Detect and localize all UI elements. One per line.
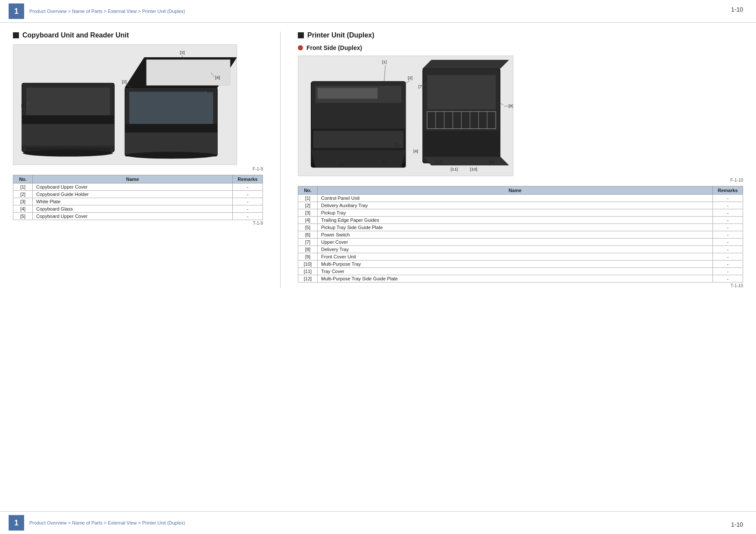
right-table-header-no: No. [298, 186, 318, 195]
row-remarks: - [233, 205, 263, 213]
row-no: [5] [13, 213, 33, 220]
page-number-top: 1-10 [731, 6, 743, 13]
table-row: [10]Multi-Purpose Tray- [298, 261, 743, 268]
row-remarks: - [233, 213, 263, 220]
left-table-label: T-1-9 [13, 221, 263, 226]
table-row: [3]White Plate- [13, 198, 263, 205]
left-column: Copyboard Unit and Reader Unit [1] [13, 31, 263, 288]
row-name: Control Panel Unit [318, 195, 713, 202]
row-no: [1] [298, 195, 318, 202]
row-name: Copyboard Guide Holder [33, 191, 233, 198]
row-no: [2] [13, 191, 33, 198]
row-remarks: - [713, 195, 743, 202]
row-no: [10] [298, 261, 318, 268]
right-table-header-name: Name [318, 186, 713, 195]
right-table-label: T-1-10 [298, 283, 743, 288]
page-header: 1 Product Overview > Name of Parts > Ext… [0, 0, 756, 23]
page-number-bottom: 1-10 [731, 521, 743, 528]
svg-rect-12 [129, 92, 213, 124]
row-name: Power Switch [318, 231, 713, 239]
right-section-icon [298, 32, 304, 38]
footer-breadcrumb-link[interactable]: Product Overview > Name of Parts > Exter… [29, 520, 185, 525]
svg-rect-28 [313, 131, 403, 148]
row-remarks: - [713, 275, 743, 283]
table-row: [1]Copyboard Upper Cover- [13, 183, 263, 191]
row-no: [4] [13, 205, 33, 213]
svg-text:[5]: [5] [207, 89, 212, 93]
copyboard-image: [1] [2] [13, 44, 237, 165]
row-no: [7] [298, 239, 318, 246]
svg-text:[3]: [3] [395, 142, 400, 147]
section-icon [13, 32, 19, 38]
table-row: [6]Power Switch- [298, 231, 743, 239]
table-row: [8]Delivery Tray- [298, 246, 743, 253]
printer-figure: [1] [2] [7] —[8] [3] [4] [298, 56, 743, 183]
row-remarks: - [713, 253, 743, 261]
row-no: [4] [298, 217, 318, 224]
breadcrumb: Product Overview > Name of Parts > Exter… [29, 9, 185, 14]
table-row: [2]Delivery Auxiliary Tray- [298, 202, 743, 209]
table-row: [1]Control Panel Unit- [298, 195, 743, 202]
row-name: Multi-Purpose Tray [318, 261, 713, 268]
row-no: [12] [298, 275, 318, 283]
row-remarks: - [233, 183, 263, 191]
svg-text:[11]: [11] [451, 167, 458, 171]
row-remarks: - [233, 198, 263, 205]
row-no: [5] [298, 224, 318, 231]
table-row: [5]Pickup Tray Side Guide Plate- [298, 224, 743, 231]
svg-line-47 [384, 65, 385, 81]
left-table-header-remarks: Remarks [233, 175, 263, 183]
row-no: [11] [298, 268, 318, 275]
row-name: Pickup Tray Side Guide Plate [318, 224, 713, 231]
subsection-icon [298, 45, 303, 50]
footer-badge: 1 [9, 515, 24, 531]
svg-point-15 [126, 152, 216, 159]
svg-text:[1]: [1] [382, 59, 387, 64]
row-name: Upper Cover [318, 239, 713, 246]
svg-text:[5]: [5] [382, 159, 387, 164]
table-row: [9]Front Cover Unit- [298, 253, 743, 261]
svg-point-5 [23, 150, 113, 157]
row-remarks: - [713, 202, 743, 209]
left-table-header-no: No. [13, 175, 33, 183]
row-remarks: - [713, 209, 743, 217]
svg-text:[3]: [3] [180, 50, 185, 55]
table-row: [5]Copyboard Upper Cover- [13, 213, 263, 220]
row-remarks: - [713, 246, 743, 253]
svg-rect-13 [125, 124, 217, 133]
svg-text:—[8]: —[8] [504, 103, 513, 108]
svg-rect-3 [22, 124, 114, 146]
svg-marker-34 [423, 60, 509, 69]
svg-text:[4]: [4] [413, 149, 418, 153]
right-subsection-title: Front Side (Duplex) [298, 44, 743, 51]
svg-text:[9]: [9] [489, 159, 494, 164]
svg-marker-31 [311, 150, 406, 168]
breadcrumb-product-overview[interactable]: Product Overview > Name of Parts > Exter… [29, 9, 185, 14]
right-column: Printer Unit (Duplex) Front Side (Duplex… [298, 31, 743, 288]
column-divider [280, 31, 281, 288]
row-name: White Plate [33, 198, 233, 205]
table-row: [7]Upper Cover- [298, 239, 743, 246]
row-name: Tray Cover [318, 268, 713, 275]
table-row: [2]Copyboard Guide Holder- [13, 191, 263, 198]
row-remarks: - [713, 261, 743, 268]
svg-rect-11 [147, 59, 230, 85]
table-row: [3]Pickup Tray- [298, 209, 743, 217]
row-name: Front Cover Unit [318, 253, 713, 261]
row-remarks: - [713, 231, 743, 239]
svg-text:[4]: [4] [215, 75, 220, 80]
main-content: Copyboard Unit and Reader Unit [1] [0, 23, 756, 297]
svg-rect-26 [318, 88, 378, 99]
row-name: Pickup Tray [318, 209, 713, 217]
row-no: [8] [298, 246, 318, 253]
row-remarks: - [713, 224, 743, 231]
table-row: [12]Multi-Purpose Tray Side Guide Plate- [298, 275, 743, 283]
row-no: [1] [13, 183, 33, 191]
svg-rect-35 [427, 75, 496, 109]
table-row: [11]Tray Cover- [298, 268, 743, 275]
row-no: [9] [298, 253, 318, 261]
table-row: [4]Trailing Edge Paper Guides- [298, 217, 743, 224]
page-footer: 1 Product Overview > Name of Parts > Ext… [0, 511, 756, 534]
left-figure-label: F-1-9 [13, 167, 263, 171]
svg-text:[12]: [12] [436, 159, 443, 164]
